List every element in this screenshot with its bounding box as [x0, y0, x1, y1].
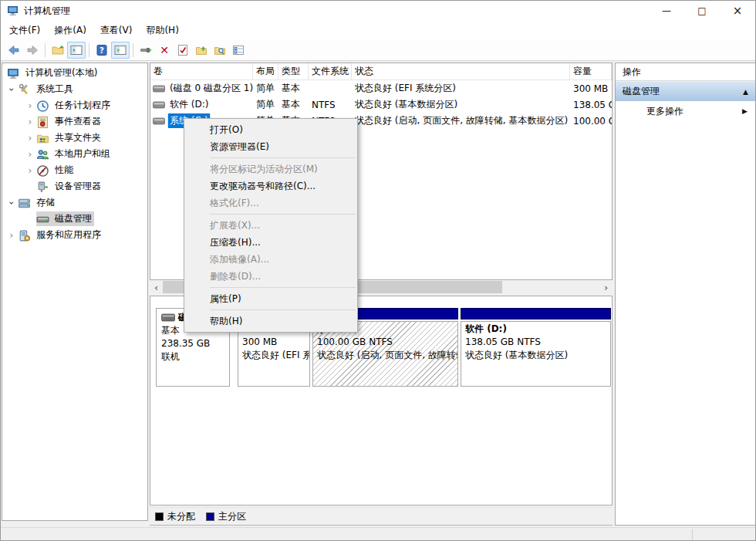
volume-layout: 简单: [253, 82, 278, 95]
customize-icon[interactable]: [229, 42, 248, 59]
column-header-capacity[interactable]: 容量: [570, 63, 612, 79]
chevron-collapsed-icon[interactable]: ›: [5, 230, 18, 241]
scroll-left-arrow-icon[interactable]: ‹: [150, 280, 163, 294]
menu-help[interactable]: 帮助(H): [139, 22, 185, 39]
tree-item-system-tools[interactable]: › 系统工具: [5, 81, 147, 97]
actions-panel: 操作 磁盘管理 ▲ 更多操作 ▶: [615, 63, 756, 526]
menu-separator: [210, 214, 356, 215]
column-header-volume[interactable]: 卷: [150, 63, 253, 79]
actions-panel-title: 操作: [616, 63, 755, 81]
volume-icon: [153, 85, 165, 93]
volume-row-efi-partition[interactable]: (磁盘 0 磁盘分区 1) 简单 基本 状态良好 (EFI 系统分区) 300 …: [150, 80, 612, 96]
scroll-right-arrow-icon[interactable]: ›: [599, 280, 613, 294]
toolbar: ? ✕: [1, 39, 755, 61]
minimize-button[interactable]: —: [649, 1, 684, 21]
tree-item-device-manager[interactable]: 设备管理器: [24, 178, 147, 194]
volume-status: 状态良好 (EFI 系统分区): [352, 82, 570, 95]
tree-item-label: 设备管理器: [52, 179, 103, 194]
up-one-level-icon[interactable]: [49, 42, 67, 59]
chevron-collapsed-icon[interactable]: ›: [24, 133, 36, 144]
column-header-status[interactable]: 状态: [352, 63, 570, 79]
chevron-collapsed-icon[interactable]: ›: [24, 149, 36, 160]
column-header-filesystem[interactable]: 文件系统: [309, 63, 352, 79]
tree-item-storage[interactable]: › 存储: [5, 194, 147, 211]
system-tools-icon: [18, 83, 31, 96]
menu-item-explorer[interactable]: 资源管理器(E): [184, 138, 357, 155]
volume-context-menu: 打开(O) 资源管理器(E) 将分区标记为活动分区(M) 更改驱动器号和路径(C…: [184, 118, 358, 333]
volume-icon: [153, 101, 165, 109]
menu-item-delete-volume: 删除卷(D)...: [184, 268, 357, 285]
verify-icon[interactable]: [174, 42, 192, 59]
actions-group-disk-management[interactable]: 磁盘管理 ▲: [616, 81, 755, 101]
close-button[interactable]: ×: [720, 1, 755, 21]
storage-icon: [18, 197, 31, 209]
tree-item-local-users-and-groups[interactable]: › 本地用户和组: [24, 146, 147, 162]
more-actions-item[interactable]: 更多操作 ▶: [616, 101, 755, 121]
tree-item-services-and-applications[interactable]: › 服务和应用程序: [5, 227, 147, 243]
chevron-collapsed-icon[interactable]: ›: [24, 100, 36, 111]
menu-file[interactable]: 文件(F): [2, 22, 47, 39]
chevron-collapsed-icon[interactable]: ›: [24, 117, 36, 127]
menu-item-shrink-volume[interactable]: 压缩卷(H)...: [184, 234, 357, 251]
attach-vhd-icon[interactable]: [137, 42, 155, 59]
back-icon[interactable]: [5, 42, 23, 59]
menu-item-help[interactable]: 帮助(H): [184, 313, 357, 330]
chevron-collapsed-icon[interactable]: ›: [24, 165, 36, 176]
tree-item-label: 计算机管理(本地): [23, 66, 100, 80]
column-header-layout[interactable]: 布局: [253, 63, 278, 79]
tree-item-disk-management[interactable]: 磁盘管理: [24, 211, 147, 227]
tree-item-shared-folders[interactable]: › 共享文件夹: [24, 130, 147, 146]
column-header-type[interactable]: 类型: [278, 63, 309, 79]
forward-icon[interactable]: [23, 42, 42, 59]
chevron-expanded-icon[interactable]: ›: [6, 197, 17, 209]
svg-text:?: ?: [100, 46, 104, 54]
volume-name: (磁盘 0 磁盘分区 1): [168, 81, 253, 96]
status-bar-divider: [692, 529, 693, 541]
window-title: 计算机管理: [24, 5, 649, 18]
partition-software-d[interactable]: 软件 (D:) 138.05 GB NTFS 状态良好 (基本数据分区): [461, 308, 611, 387]
tree-item-label: 本地用户和组: [52, 147, 113, 161]
volume-status: 状态良好 (基本数据分区): [352, 98, 570, 111]
titlebar: 计算机管理 — □ ×: [1, 1, 755, 21]
volume-layout: 简单: [253, 98, 278, 111]
toolbar-separator: [45, 43, 46, 57]
volume-filesystem: NTFS: [309, 100, 352, 110]
maximize-button[interactable]: □: [684, 1, 720, 21]
tree-item-label: 磁盘管理: [52, 211, 94, 226]
export-list-icon[interactable]: [192, 42, 211, 59]
menu-item-properties[interactable]: 属性(P): [184, 290, 357, 307]
task-scheduler-icon: [36, 100, 49, 112]
menu-item-format: 格式化(F)...: [184, 194, 357, 211]
tree-item-label: 性能: [52, 163, 76, 178]
disk-size: 238.35 GB: [161, 337, 224, 350]
show-action-pane-icon[interactable]: [111, 42, 130, 59]
chevron-expanded-icon[interactable]: ›: [6, 83, 17, 96]
menu-item-change-drive-letter[interactable]: 更改驱动器号和路径(C)...: [184, 178, 357, 194]
tree-item-performance[interactable]: › 性能: [24, 162, 147, 178]
tree-item-label: 系统工具: [34, 82, 76, 96]
computer-management-app-icon: [7, 5, 19, 17]
menu-item-add-mirror: 添加镜像(A)...: [184, 251, 357, 268]
show-console-tree-icon[interactable]: [67, 42, 86, 59]
volume-list-header: 卷 布局 类型 文件系统 状态 容量: [150, 63, 612, 80]
delete-icon[interactable]: ✕: [155, 42, 174, 59]
menu-action[interactable]: 操作(A): [47, 22, 93, 39]
legend-label: 主分区: [218, 510, 246, 523]
menu-item-open[interactable]: 打开(O): [184, 121, 357, 138]
volume-row-software-d[interactable]: 软件 (D:) 简单 基本 NTFS 状态良好 (基本数据分区) 138.05 …: [150, 96, 612, 113]
menu-view[interactable]: 查看(V): [93, 22, 140, 39]
services-applications-icon: [18, 229, 31, 242]
help-icon[interactable]: ?: [93, 42, 111, 59]
collapse-icon[interactable]: ▲: [743, 88, 748, 96]
tree-item-event-viewer[interactable]: › 事件查看器: [24, 113, 147, 130]
find-icon[interactable]: [211, 42, 229, 59]
partition-status: 状态良好 (启动, 页面文件, 故障转储, 基本数据分区): [317, 349, 454, 362]
actions-group-label: 磁盘管理: [623, 85, 743, 98]
toolbar-separator: [133, 43, 133, 57]
volume-capacity: 138.05 GB: [570, 100, 612, 110]
local-users-groups-icon: [36, 148, 49, 161]
tree-item-label: 存储: [34, 195, 57, 210]
tree-item-computer-management-local[interactable]: 计算机管理(本地): [7, 65, 147, 81]
tree-item-task-scheduler[interactable]: › 任务计划程序: [24, 97, 147, 113]
submenu-arrow-icon[interactable]: ▶: [742, 107, 748, 115]
